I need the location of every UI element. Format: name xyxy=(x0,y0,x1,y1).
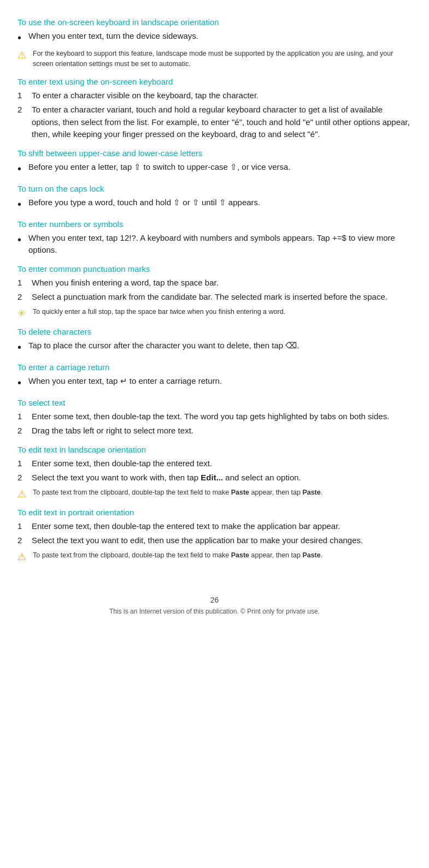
section-title-shift-case: To shift between upper-case and lower-ca… xyxy=(17,148,412,158)
bullet-text: When you enter text, tap ↵ to enter a ca… xyxy=(28,375,222,388)
num-label: 1 xyxy=(17,457,28,470)
numbered-text: To enter a character variant, touch and … xyxy=(32,104,412,141)
numbered-item: 2 Select the text you want to edit, then… xyxy=(17,534,412,547)
bullet-icon: • xyxy=(17,30,27,45)
warning-icon: ⚠ xyxy=(17,49,30,61)
section-select-text: To select text 1 Enter some text, then d… xyxy=(17,398,412,437)
numbered-item: 1 Enter some text, then double-tap the e… xyxy=(17,520,412,533)
warning-note: ⚠ To paste text from the clipboard, doub… xyxy=(17,550,412,563)
page-number: 26 xyxy=(17,596,412,604)
section-title-edit-landscape: To edit text in landscape orientation xyxy=(17,445,412,454)
note-text: To paste text from the clipboard, double… xyxy=(33,487,322,498)
warning-note: ⚠ To paste text from the clipboard, doub… xyxy=(17,487,412,500)
numbered-item: 1 Enter some text, then double-tap the e… xyxy=(17,457,412,470)
warning-note: ⚠ For the keyboard to support this featu… xyxy=(17,49,412,69)
bullet-text: Tap to place the cursor after the charac… xyxy=(28,340,299,352)
num-label: 1 xyxy=(17,520,28,533)
numbered-item: 1 Enter some text, then double-tap the t… xyxy=(17,411,412,423)
bullet-icon: • xyxy=(17,197,27,212)
footer-note: This is an Internet version of this publ… xyxy=(17,608,412,615)
num-label: 2 xyxy=(17,104,28,116)
warning-icon: ⚠ xyxy=(17,488,30,500)
section-title-enter-text-kb: To enter text using the on-screen keyboa… xyxy=(17,77,412,86)
section-title-caps-lock: To turn on the caps lock xyxy=(17,184,412,193)
bullet-item: • Before you enter a letter, tap ⇧ to sw… xyxy=(17,161,412,176)
num-label: 1 xyxy=(17,411,28,423)
bullet-text: Before you enter a letter, tap ⇧ to swit… xyxy=(28,161,291,174)
bullet-item: • Tap to place the cursor after the char… xyxy=(17,340,412,355)
bullet-icon: • xyxy=(17,232,27,247)
bullet-item: • When you enter text, turn the device s… xyxy=(17,30,412,45)
num-label: 2 xyxy=(17,472,28,484)
section-enter-text-kb: To enter text using the on-screen keyboa… xyxy=(17,77,412,141)
numbered-item: 2 Drag the tabs left or right to select … xyxy=(17,425,412,437)
numbered-text: Select the text you want to work with, t… xyxy=(32,472,301,484)
section-title-edit-portrait: To edit text in portrait orientation xyxy=(17,508,412,517)
numbered-item: 2 Select the text you want to work with,… xyxy=(17,472,412,484)
section-title-landscape-kb: To use the on-screen keyboard in landsca… xyxy=(17,17,412,27)
bullet-item: • When you enter text, tap 12!?. A keybo… xyxy=(17,232,412,257)
bullet-text: Before you type a word, touch and hold ⇧… xyxy=(28,197,260,209)
numbered-text: To enter a character visible on the keyb… xyxy=(32,90,258,102)
page-footer: 26 This is an Internet version of this p… xyxy=(17,596,412,615)
section-edit-landscape: To edit text in landscape orientation 1 … xyxy=(17,445,412,500)
tip-text: To quickly enter a full stop, tap the sp… xyxy=(33,307,285,317)
numbered-text: Enter some text, then double-tap the ent… xyxy=(32,457,212,470)
num-label: 2 xyxy=(17,534,28,547)
section-title-common-punctuation: To enter common punctuation marks xyxy=(17,264,412,274)
bullet-item: • Before you type a word, touch and hold… xyxy=(17,197,412,212)
numbered-text: Enter some text, then double-tap the tex… xyxy=(32,411,389,423)
numbered-text: Drag the tabs left or right to select mo… xyxy=(32,425,193,437)
warning-icon: ⚠ xyxy=(17,551,30,563)
section-shift-case: To shift between upper-case and lower-ca… xyxy=(17,148,412,176)
numbered-item: 1 To enter a character visible on the ke… xyxy=(17,90,412,102)
section-title-numbers-symbols: To enter numbers or symbols xyxy=(17,219,412,229)
note-text: To paste text from the clipboard, double… xyxy=(33,550,322,561)
tip-note: ✳ To quickly enter a full stop, tap the … xyxy=(17,307,412,319)
tip-icon: ✳ xyxy=(17,307,30,319)
numbered-item: 2 To enter a character variant, touch an… xyxy=(17,104,412,141)
numbered-text: Select a punctuation mark from the candi… xyxy=(32,291,387,304)
bullet-icon: • xyxy=(17,161,27,176)
bullet-text: When you enter text, turn the device sid… xyxy=(28,30,198,43)
section-title-carriage-return: To enter a carriage return xyxy=(17,362,412,372)
section-title-select-text: To select text xyxy=(17,398,412,407)
section-edit-portrait: To edit text in portrait orientation 1 E… xyxy=(17,508,412,563)
num-label: 2 xyxy=(17,291,28,304)
num-label: 1 xyxy=(17,277,28,289)
bullet-icon: • xyxy=(17,340,27,355)
bullet-text: When you enter text, tap 12!?. A keyboar… xyxy=(28,232,412,257)
numbered-text: Select the text you want to edit, then u… xyxy=(32,534,363,547)
section-numbers-symbols: To enter numbers or symbols • When you e… xyxy=(17,219,412,257)
bullet-item: • When you enter text, tap ↵ to enter a … xyxy=(17,375,412,390)
num-label: 2 xyxy=(17,425,28,437)
num-label: 1 xyxy=(17,90,28,102)
numbered-item: 1 When you finish entering a word, tap t… xyxy=(17,277,412,289)
section-delete-chars: To delete characters • Tap to place the … xyxy=(17,327,412,355)
section-common-punctuation: To enter common punctuation marks 1 When… xyxy=(17,264,412,319)
section-landscape-kb: To use the on-screen keyboard in landsca… xyxy=(17,17,412,69)
section-carriage-return: To enter a carriage return • When you en… xyxy=(17,362,412,390)
bullet-icon: • xyxy=(17,375,27,390)
numbered-text: When you finish entering a word, tap the… xyxy=(32,277,219,289)
numbered-item: 2 Select a punctuation mark from the can… xyxy=(17,291,412,304)
numbered-text: Enter some text, then double-tap the ent… xyxy=(32,520,340,533)
note-text: For the keyboard to support this feature… xyxy=(33,49,412,69)
section-title-delete-chars: To delete characters xyxy=(17,327,412,336)
section-caps-lock: To turn on the caps lock • Before you ty… xyxy=(17,184,412,212)
